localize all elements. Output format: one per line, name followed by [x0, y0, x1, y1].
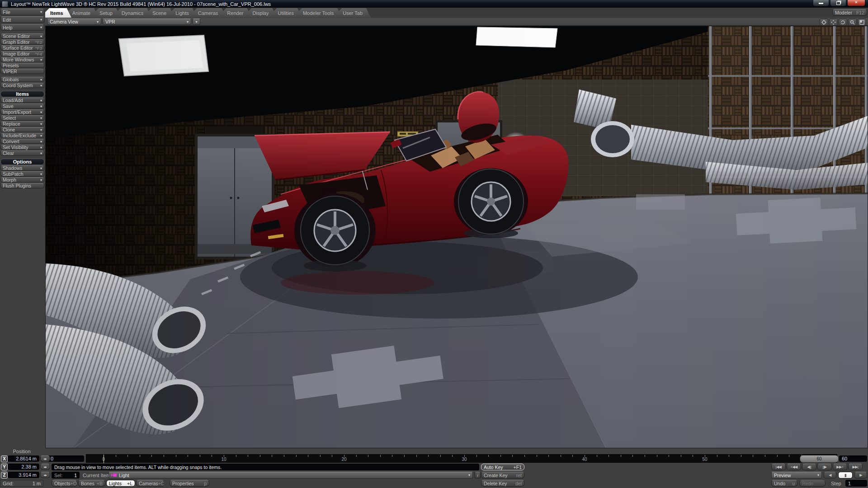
- create-key-button[interactable]: Create Key ret: [481, 472, 524, 479]
- sidebar-item-import-export[interactable]: Import/Export▾: [0, 109, 44, 115]
- sidebar-item-label: Replace: [3, 121, 20, 127]
- current-frame-marker[interactable]: [104, 455, 104, 463]
- delete-key-button[interactable]: Delete Key del: [481, 480, 524, 487]
- position-y-field[interactable]: 2.38 m: [8, 464, 39, 470]
- play-forward-button[interactable]: ▶: [854, 472, 867, 479]
- sidebar-item-replace[interactable]: Replace▾: [0, 121, 44, 127]
- sidebar-item-presets[interactable]: Presets: [0, 63, 44, 68]
- item-type-bones[interactable]: Bones+B: [78, 480, 105, 487]
- sidebar-item-image-editor[interactable]: Image Editor^F4: [0, 51, 44, 56]
- current-frame-field[interactable]: 0: [48, 455, 84, 462]
- timeline-tick: [380, 455, 381, 457]
- item-type-lights[interactable]: Lights+L: [106, 480, 135, 487]
- undo-button[interactable]: Undo u: [771, 480, 797, 487]
- render-mode-dropdown[interactable]: VPR ▾: [103, 19, 191, 25]
- next-frame-button[interactable]: ||▶: [817, 464, 832, 470]
- timeline-tick: [524, 455, 525, 457]
- zoom-view-icon[interactable]: [848, 19, 857, 26]
- viewport-canvas[interactable]: [45, 26, 868, 448]
- tab-modeler-tools[interactable]: Modeler Tools: [298, 8, 342, 18]
- position-x-stepper[interactable]: ◂▸: [40, 455, 50, 462]
- position-z-stepper[interactable]: ◂▸: [40, 472, 50, 478]
- center-view-icon[interactable]: [820, 19, 828, 26]
- sidebar-item-help[interactable]: Help▾: [0, 24, 44, 31]
- maximize-view-icon[interactable]: [858, 19, 866, 26]
- axis-y-toggle[interactable]: Y: [1, 464, 8, 470]
- current-item-dropdown[interactable]: Light ▾: [108, 472, 473, 479]
- tab-cameras[interactable]: Cameras: [193, 8, 226, 18]
- sidebar-item-coord-system[interactable]: Coord System▾: [0, 83, 44, 88]
- item-info-button[interactable]: i: [475, 472, 481, 479]
- next-key-button[interactable]: ▶▶+: [833, 464, 847, 470]
- preview-dropdown[interactable]: Preview ▾: [771, 472, 822, 479]
- close-button[interactable]: ×: [847, 0, 865, 6]
- sidebar-item-shadows[interactable]: Shadows▾: [0, 165, 44, 171]
- redo-button[interactable]: Redo: [799, 480, 826, 487]
- pause-button[interactable]: ||: [838, 472, 853, 479]
- step-field[interactable]: 1: [845, 480, 867, 487]
- close-icon: ×: [855, 0, 857, 5]
- item-type-label: Properties: [172, 481, 194, 486]
- sidebar-item-include-exclude[interactable]: Include/Exclude▾: [0, 133, 44, 138]
- position-x-field[interactable]: 2.8614 m: [8, 455, 39, 462]
- item-type-cameras[interactable]: Cameras+C: [136, 480, 164, 487]
- timeline-tick-label: 10: [217, 457, 231, 462]
- timeline-tick-label: 40: [578, 457, 591, 462]
- position-z-field[interactable]: 3.914 m: [8, 472, 39, 478]
- restore-button[interactable]: [830, 0, 846, 6]
- sidebar-item-more-windows[interactable]: More Windows▾: [0, 57, 44, 62]
- sidebar-item-select[interactable]: Select▾: [0, 115, 44, 121]
- modeler-button[interactable]: Modeler F12: [832, 9, 867, 16]
- sidebar-item-subpatch[interactable]: SubPatch▾: [0, 171, 44, 177]
- view-mode-dropdown[interactable]: Camera View ▾: [47, 19, 101, 25]
- minimize-button[interactable]: [813, 0, 829, 6]
- tab-display[interactable]: Display: [247, 8, 277, 18]
- tab-dynamics[interactable]: Dynamics: [117, 8, 151, 18]
- shortcut-label: ^F3: [35, 46, 42, 51]
- chevron-down-icon: ▾: [195, 20, 197, 24]
- end-frame-field[interactable]: 60: [839, 455, 867, 462]
- timeline-tick: [200, 455, 200, 457]
- timeline-ruler[interactable]: 010203040506060: [86, 454, 837, 463]
- play-reverse-button[interactable]: ◀: [824, 472, 836, 479]
- tab-scene[interactable]: Scene: [147, 8, 175, 18]
- tab-animate[interactable]: Animate: [67, 8, 99, 18]
- sidebar-item-surface-editor[interactable]: Surface Editor^F3: [0, 45, 44, 51]
- auto-key-button[interactable]: Auto Key +F1: [481, 464, 524, 470]
- move-view-icon[interactable]: [829, 19, 838, 26]
- sidebar-item-morph[interactable]: Morph▾: [0, 177, 44, 183]
- prev-key-button[interactable]: +◀◀: [787, 464, 801, 470]
- sidebar-item-load-add[interactable]: Load/Add▾: [0, 98, 44, 103]
- tab-items[interactable]: Items: [45, 8, 71, 18]
- position-y-stepper[interactable]: ◂▸: [40, 464, 50, 470]
- chevron-down-icon: ▾: [40, 178, 42, 182]
- sidebar-item-graph-editor[interactable]: Graph Editor^F2: [0, 39, 44, 45]
- axis-z-toggle[interactable]: Z: [1, 472, 8, 479]
- go-end-button[interactable]: ▶▶|: [848, 464, 863, 470]
- sidebar-item-edit[interactable]: Edit▾: [0, 16, 44, 23]
- item-type-objects[interactable]: Objects+O: [52, 480, 77, 487]
- sidebar-item-clone[interactable]: Clone▾: [0, 127, 44, 132]
- viewport-options-button[interactable]: ▾: [193, 19, 200, 25]
- axis-x-toggle[interactable]: X: [1, 455, 8, 462]
- sidebar-item-globals[interactable]: Globals▾: [0, 77, 44, 82]
- grid-value: 1 m: [33, 481, 41, 486]
- tab-render[interactable]: Render: [222, 8, 251, 18]
- prev-frame-button[interactable]: ◀||: [802, 464, 816, 470]
- rotate-view-icon[interactable]: [839, 19, 847, 26]
- go-start-button[interactable]: |◀◀: [771, 464, 786, 470]
- sidebar-item-save[interactable]: Save▾: [0, 103, 44, 109]
- sidebar-item-flush-plugins[interactable]: Flush Plugins: [0, 183, 44, 188]
- sidebar-item-viper[interactable]: VIPER: [0, 69, 44, 74]
- item-type-properties[interactable]: Propertiesp: [170, 480, 209, 487]
- sidebar-item-convert[interactable]: Convert▾: [0, 139, 44, 144]
- stepper-arrows-icon: ◂▸: [43, 457, 47, 461]
- tab-utilities[interactable]: Utilities: [273, 8, 302, 18]
- sidebar-item-file[interactable]: File▾: [0, 9, 44, 15]
- sidebar-item-set-visibility[interactable]: Set Visibility▾: [0, 145, 44, 150]
- tab-user-tab[interactable]: User Tab: [338, 8, 371, 18]
- timeline-range-slider[interactable]: 60: [800, 455, 839, 463]
- chevron-down-icon: ▾: [40, 99, 42, 103]
- sidebar-item-clear[interactable]: Clear▾: [0, 150, 44, 156]
- sidebar-item-scene-editor[interactable]: Scene Editor▾: [0, 33, 44, 39]
